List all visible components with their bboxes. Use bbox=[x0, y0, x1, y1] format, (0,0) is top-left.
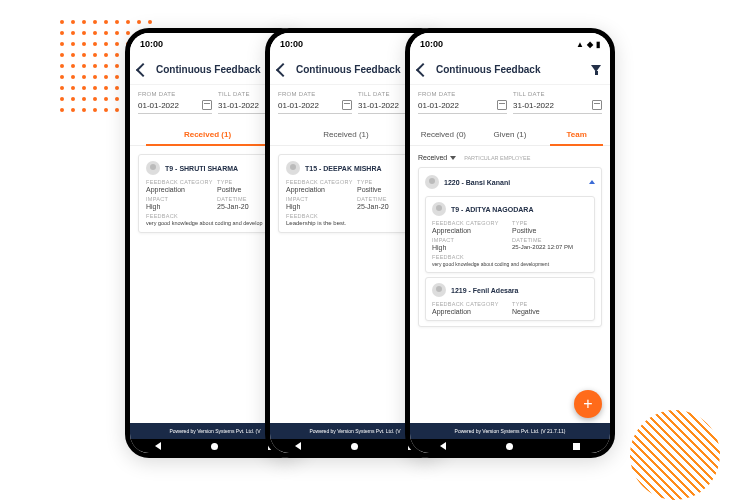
nav-recent-icon[interactable] bbox=[573, 443, 580, 450]
group-name: 1220 - Bansi Kanani bbox=[444, 179, 510, 186]
back-icon[interactable] bbox=[136, 62, 150, 76]
android-navbar bbox=[410, 439, 610, 453]
status-time: 10:00 bbox=[140, 39, 163, 49]
tab-received[interactable]: Received (1) bbox=[270, 124, 422, 145]
tab-received[interactable]: Received (0) bbox=[410, 124, 477, 145]
nav-back-icon[interactable] bbox=[440, 442, 446, 450]
chevron-down-icon bbox=[450, 156, 456, 160]
till-date-field[interactable]: 31-01-2022 bbox=[513, 97, 602, 114]
page-title: Continuous Feedback bbox=[296, 64, 400, 75]
tab-team[interactable]: Team bbox=[543, 124, 610, 145]
back-icon[interactable] bbox=[416, 62, 430, 76]
chevron-up-icon bbox=[589, 180, 595, 184]
calendar-icon bbox=[202, 100, 212, 110]
status-icons: ▲◆▮ bbox=[573, 39, 600, 49]
page-title: Continuous Feedback bbox=[156, 64, 260, 75]
employee-group[interactable]: 1220 - Bansi Kanani T9 - ADITYA NAGODARA… bbox=[418, 167, 602, 327]
from-date-field[interactable]: 01-01-2022 bbox=[418, 97, 507, 114]
app-header: Continuous Feedback bbox=[410, 55, 610, 85]
tab-given[interactable]: Given (1) bbox=[477, 124, 544, 145]
avatar bbox=[432, 202, 446, 216]
avatar bbox=[425, 175, 439, 189]
status-time: 10:00 bbox=[280, 39, 303, 49]
nav-home-icon[interactable] bbox=[211, 443, 218, 450]
tab-received[interactable]: Received (1) bbox=[130, 124, 285, 145]
status-time: 10:00 bbox=[420, 39, 443, 49]
person-name: T9 - SHRUTI SHARMA bbox=[165, 165, 238, 172]
page-title: Continuous Feedback bbox=[436, 64, 540, 75]
from-date-field[interactable]: 01-01-2022 bbox=[278, 97, 352, 114]
calendar-icon bbox=[497, 100, 507, 110]
avatar bbox=[286, 161, 300, 175]
filter-icon[interactable] bbox=[591, 65, 602, 75]
avatar bbox=[432, 283, 446, 297]
nav-home-icon[interactable] bbox=[351, 443, 358, 450]
calendar-icon bbox=[342, 100, 352, 110]
add-feedback-fab[interactable]: + bbox=[574, 390, 602, 418]
avatar bbox=[146, 161, 160, 175]
calendar-icon bbox=[592, 100, 602, 110]
back-icon[interactable] bbox=[276, 62, 290, 76]
nav-home-icon[interactable] bbox=[506, 443, 513, 450]
phone-mockup-3: 10:00 ▲◆▮ Continuous Feedback FROM DATE … bbox=[405, 28, 615, 458]
footer: Powered by Version Systems Pvt. Ltd. (V … bbox=[410, 423, 610, 439]
particular-employee-label: PARTICULAR EMPLOYEE bbox=[464, 155, 530, 161]
nav-back-icon[interactable] bbox=[155, 442, 161, 450]
feedback-card[interactable]: 1219 - Fenil Adesara FEEDBACK CATEGORYAp… bbox=[425, 277, 595, 321]
feedback-card[interactable]: T9 - ADITYA NAGODARA FEEDBACK CATEGORYAp… bbox=[425, 196, 595, 273]
person-name: T15 - DEEPAK MISHRA bbox=[305, 165, 382, 172]
nav-back-icon[interactable] bbox=[295, 442, 301, 450]
status-bar: 10:00 ▲◆▮ bbox=[410, 33, 610, 55]
from-date-field[interactable]: 01-01-2022 bbox=[138, 97, 212, 114]
received-dropdown[interactable]: Received bbox=[418, 154, 456, 161]
